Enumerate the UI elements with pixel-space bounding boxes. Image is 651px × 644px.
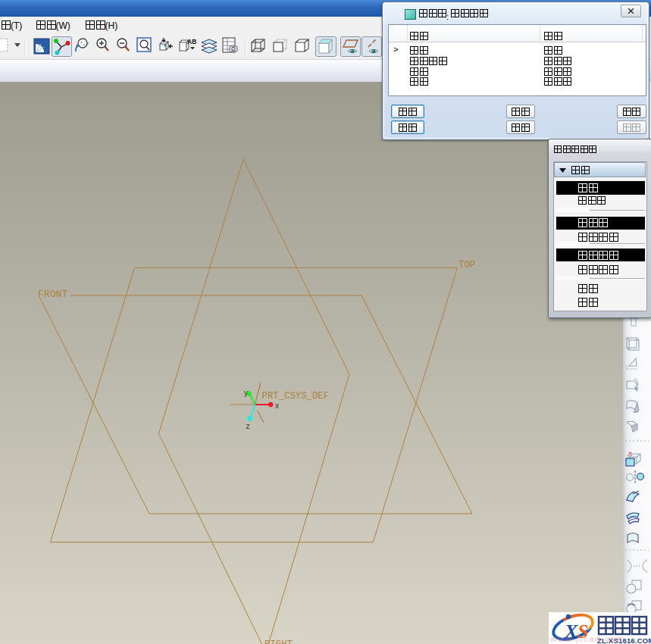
svg-text:PRT_CSYS_DEF: PRT_CSYS_DEF xyxy=(262,391,330,402)
svg-text:z: z xyxy=(246,423,250,431)
svg-text:TOP: TOP xyxy=(459,260,475,270)
svg-text:www.jtcad.com: www.jtcad.com xyxy=(549,634,625,643)
svg-text:AB: AB xyxy=(187,38,196,45)
svg-text:FRONT: FRONT xyxy=(38,289,68,300)
svg-text:RIGHT: RIGHT xyxy=(264,639,293,644)
svg-text:y: y xyxy=(244,389,249,398)
svg-text:x: x xyxy=(275,402,280,411)
